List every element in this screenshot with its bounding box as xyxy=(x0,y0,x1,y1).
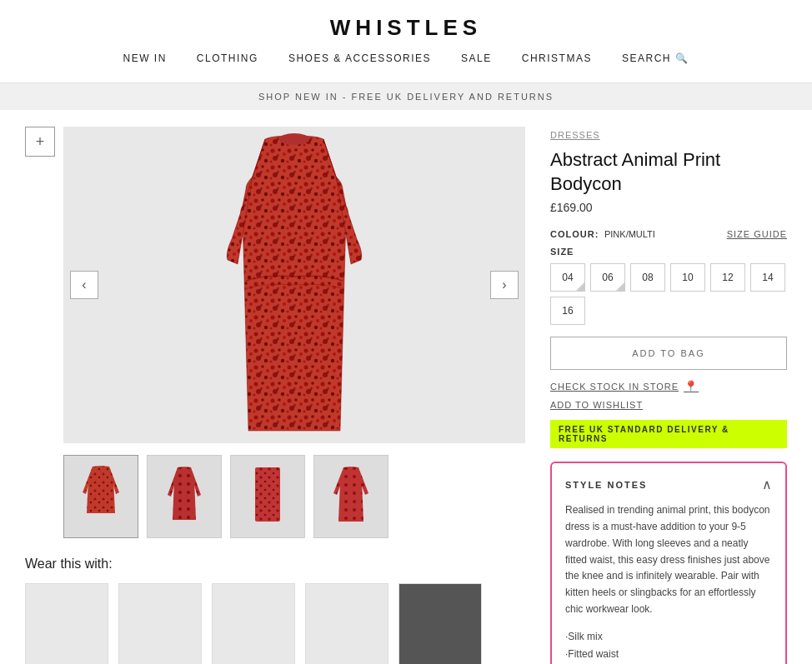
colour-label: COLOUR: xyxy=(550,229,599,239)
nav-search[interactable]: SEARCH 🔍 xyxy=(622,52,689,64)
thumbnail-4[interactable] xyxy=(313,455,388,538)
wear-item-1[interactable] xyxy=(25,583,108,664)
zoom-icon: + xyxy=(36,133,45,151)
arrow-right-icon: › xyxy=(502,277,506,292)
main-content: + ‹ xyxy=(0,110,812,664)
product-price: £169.00 xyxy=(550,201,787,214)
prev-image-button[interactable]: ‹ xyxy=(70,271,98,299)
style-notes-description: Realised in trending animal print, this … xyxy=(565,502,772,618)
wear-with-title: Wear this with: xyxy=(25,557,525,572)
size-14[interactable]: 14 xyxy=(750,263,785,292)
colour-row: COLOUR: PINK/MULTI SIZE GUIDE xyxy=(550,227,787,240)
left-column: + ‹ xyxy=(25,127,525,664)
right-column: DRESSES Abstract Animal Print Bodycon £1… xyxy=(550,127,787,664)
thumbnail-3[interactable] xyxy=(230,455,305,538)
size-06[interactable]: 06 xyxy=(590,263,625,292)
collapse-icon[interactable]: ∧ xyxy=(762,477,772,492)
style-notes-header: STYLE NOTES ∧ xyxy=(565,477,772,492)
image-area: + ‹ xyxy=(25,127,525,443)
size-12[interactable]: 12 xyxy=(710,263,745,292)
svg-rect-17 xyxy=(255,467,280,522)
size-08[interactable]: 08 xyxy=(630,263,665,292)
map-pin-icon: 📍 xyxy=(684,380,699,393)
delivery-badge: FREE UK STANDARD DELIVERY & RETURNS xyxy=(550,420,787,448)
nav-shoes[interactable]: SHOES & ACCESSORIES xyxy=(288,52,431,64)
thumbnail-2[interactable] xyxy=(147,455,222,538)
style-features: ·Silk mix ·Fitted waist ·Knee length xyxy=(565,628,772,664)
search-icon: 🔍 xyxy=(675,52,689,64)
nav-new-in[interactable]: NEW IN xyxy=(123,52,167,64)
zoom-button[interactable]: + xyxy=(25,127,55,157)
wear-item-5[interactable] xyxy=(398,583,482,664)
promo-banner: SHOP NEW IN - FREE UK DELIVERY AND RETUR… xyxy=(0,83,812,110)
size-10[interactable]: 10 xyxy=(670,263,705,292)
product-title: Abstract Animal Print Bodycon xyxy=(550,148,787,196)
add-to-bag-button[interactable]: ADD TO BAG xyxy=(550,337,787,370)
size-16[interactable]: 16 xyxy=(550,297,585,325)
arrow-left-icon: ‹ xyxy=(82,277,86,292)
size-guide-link[interactable]: SIZE GUIDE xyxy=(727,229,787,239)
wear-with-items xyxy=(25,583,525,664)
size-04[interactable]: 04 xyxy=(550,263,585,292)
site-header: WHISTLES NEW IN CLOTHING SHOES & ACCESSO… xyxy=(0,0,812,110)
wear-item-3[interactable] xyxy=(212,583,295,664)
next-image-button[interactable]: › xyxy=(490,271,519,299)
feature-1: ·Silk mix xyxy=(565,628,772,647)
wear-with-section: Wear this with: xyxy=(25,557,525,664)
main-nav: NEW IN CLOTHING SHOES & ACCESSORIES SALE… xyxy=(0,41,812,74)
wear-item-4[interactable] xyxy=(305,583,388,664)
svg-point-8 xyxy=(279,133,309,145)
breadcrumb[interactable]: DRESSES xyxy=(550,130,787,140)
nav-christmas[interactable]: CHRISTMAS xyxy=(522,52,592,64)
feature-2: ·Fitted waist xyxy=(565,646,772,664)
size-label: SIZE xyxy=(550,247,787,257)
check-stock-link[interactable]: CHECK STOCK IN STORE 📍 xyxy=(550,380,787,393)
thumbnail-1[interactable] xyxy=(63,455,138,538)
style-notes-section: STYLE NOTES ∧ Realised in trending anima… xyxy=(550,462,787,664)
wear-item-2[interactable] xyxy=(118,583,202,664)
add-to-wishlist-link[interactable]: ADD TO WISHLIST xyxy=(550,400,787,410)
nav-clothing[interactable]: CLOTHING xyxy=(197,52,258,64)
colour-info: COLOUR: PINK/MULTI xyxy=(550,227,655,240)
size-grid: 04 06 08 10 12 14 16 xyxy=(550,263,787,325)
main-product-image: ‹ xyxy=(63,127,525,443)
thumbnail-list xyxy=(63,455,525,538)
product-image-svg xyxy=(203,131,386,439)
logo[interactable]: WHISTLES xyxy=(0,15,812,41)
style-notes-title: STYLE NOTES xyxy=(565,480,647,490)
colour-value: PINK/MULTI xyxy=(604,229,655,239)
nav-sale[interactable]: SALE xyxy=(461,52,492,64)
